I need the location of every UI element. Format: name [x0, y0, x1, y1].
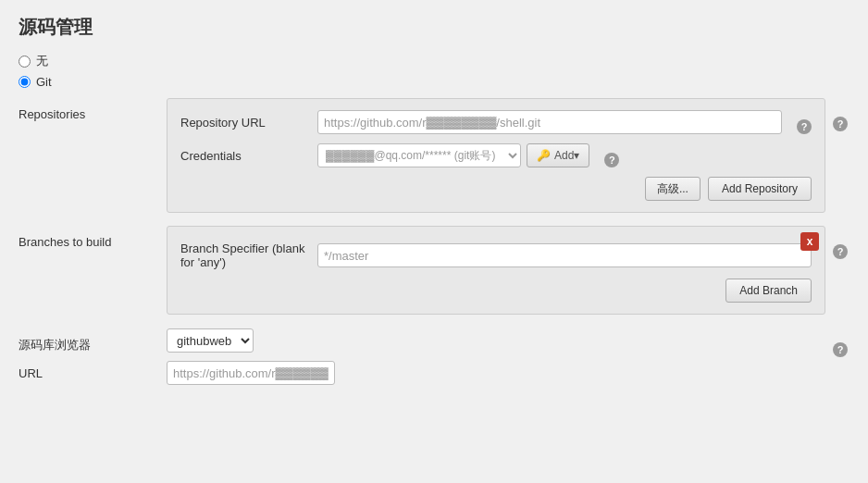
browser-section-outer: 源码库浏览器 (自动) githubweb URL ?	[19, 328, 849, 385]
add-branch-button[interactable]: Add Branch	[725, 279, 812, 303]
repo-actions-row: 高级... Add Repository	[180, 177, 812, 201]
repo-url-label: Repository URL	[180, 116, 310, 130]
branch-specifier-label: Branch Specifier (blank for 'any')	[180, 242, 310, 269]
credentials-add-label: Add▾	[554, 149, 579, 162]
branches-section: Branches to build x Branch Specifier (bl…	[19, 226, 825, 315]
browser-url-label: URL	[19, 361, 167, 380]
page-title: 源码管理	[19, 15, 849, 40]
credentials-help-icon[interactable]: ?	[604, 153, 619, 167]
radio-git[interactable]	[19, 76, 31, 88]
credentials-label: Credentials	[180, 149, 310, 163]
browser-help-outer: ?	[825, 328, 849, 357]
browser-section-help-icon[interactable]: ?	[833, 342, 848, 357]
repositories-content: Repository URL ? Credentials ▓▓▓▓▓▓@qq.c…	[167, 98, 825, 213]
remove-branch-button[interactable]: x	[800, 232, 819, 251]
repo-url-help-icon[interactable]: ?	[797, 119, 812, 134]
browser-select[interactable]: (自动) githubweb	[167, 328, 254, 353]
browser-row: 源码库浏览器 (自动) githubweb	[19, 328, 254, 353]
radio-none-label[interactable]: 无	[36, 53, 48, 69]
credentials-row: Credentials ▓▓▓▓▓▓@qq.com/****** (git账号)…	[180, 143, 812, 167]
radio-git-row: Git	[19, 75, 849, 89]
credentials-select[interactable]: ▓▓▓▓▓▓@qq.com/****** (git账号)	[317, 143, 521, 167]
repositories-section: Repositories Repository URL ? Credential…	[19, 98, 825, 213]
repositories-section-outer: Repositories Repository URL ? Credential…	[19, 98, 849, 213]
browser-select-wrapper: (自动) githubweb	[167, 328, 254, 353]
radio-none[interactable]	[19, 56, 31, 68]
credentials-add-button[interactable]: 🔑 Add▾	[527, 143, 589, 167]
branch-specifier-input[interactable]	[317, 243, 812, 267]
add-repository-button[interactable]: Add Repository	[708, 177, 812, 201]
radio-none-row: 无	[19, 53, 849, 69]
repositories-label: Repositories	[19, 98, 167, 121]
page-container: 源码管理 无 Git Repositories Repository URL ?	[0, 0, 868, 413]
key-icon: 🔑	[537, 149, 551, 162]
branches-content: x Branch Specifier (blank for 'any') Add…	[167, 226, 825, 315]
branches-section-help-icon[interactable]: ?	[833, 244, 848, 259]
browser-url-input[interactable]	[167, 361, 335, 385]
radio-group: 无 Git	[19, 53, 849, 89]
credentials-controls: ▓▓▓▓▓▓@qq.com/****** (git账号) 🔑 Add▾	[317, 143, 589, 167]
browser-url-row: URL	[19, 361, 335, 385]
browser-section: 源码库浏览器 (自动) githubweb URL	[19, 328, 825, 385]
branch-actions-row: Add Branch	[180, 279, 812, 303]
branches-help-outer: ?	[825, 226, 849, 259]
repo-url-input[interactable]	[317, 110, 782, 134]
repositories-section-help-icon[interactable]: ?	[833, 117, 848, 131]
branches-section-outer: Branches to build x Branch Specifier (bl…	[19, 226, 849, 315]
repo-url-row: Repository URL ?	[180, 110, 812, 134]
branches-label: Branches to build	[19, 226, 167, 249]
browser-label: 源码库浏览器	[19, 328, 167, 353]
branch-specifier-row: Branch Specifier (blank for 'any')	[180, 242, 812, 269]
radio-git-label[interactable]: Git	[36, 75, 52, 89]
repositories-help-outer: ?	[825, 98, 849, 131]
advanced-button[interactable]: 高级...	[645, 177, 701, 201]
